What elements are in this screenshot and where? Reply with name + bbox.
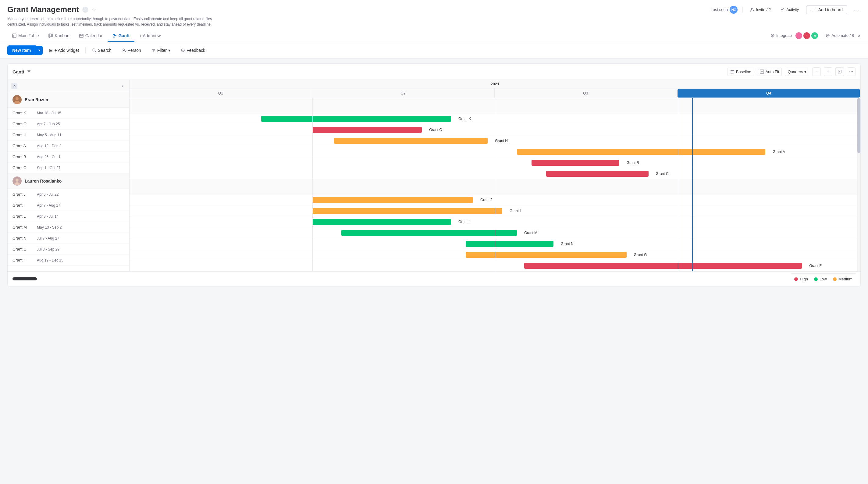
collapse-nav-button[interactable]: ∧ bbox=[858, 33, 861, 38]
bar-grant-c[interactable] bbox=[546, 171, 649, 177]
info-icon[interactable]: i bbox=[82, 7, 88, 13]
filter-label: Filter bbox=[157, 48, 167, 53]
svg-rect-4 bbox=[49, 34, 50, 37]
grant-name-a: Grant A bbox=[12, 144, 37, 148]
bar-grant-b[interactable] bbox=[531, 160, 619, 166]
scrollbar-thumb[interactable] bbox=[857, 98, 860, 153]
svg-point-18 bbox=[123, 49, 125, 51]
star-icon[interactable]: ☆ bbox=[91, 6, 96, 13]
quarters-label: Quarters bbox=[787, 69, 803, 74]
nav-right: Integrate ↑ M Automate / 8 ∧ bbox=[771, 32, 861, 40]
quarters-header-row: Q1 Q2 Q3 Q4 bbox=[129, 88, 860, 98]
bar-grant-j[interactable] bbox=[312, 197, 473, 203]
gantt-header: Gantt Baseline Auto Fit Quarters ▾ − + bbox=[8, 64, 860, 80]
automate-button[interactable]: Automate / 8 bbox=[826, 33, 854, 38]
tab-add-view[interactable]: + Add View bbox=[134, 30, 165, 42]
grant-row-h: Grant HMay 5 - Aug 11 bbox=[8, 129, 129, 141]
grant-name-k: Grant K bbox=[12, 111, 37, 115]
svg-point-24 bbox=[183, 50, 184, 50]
bar-grant-g[interactable] bbox=[466, 252, 627, 258]
gantt-more-button[interactable]: ⋯ bbox=[847, 67, 856, 76]
filter-button[interactable]: Filter ▾ bbox=[148, 46, 174, 55]
svg-rect-5 bbox=[50, 34, 51, 36]
bar-grant-o[interactable] bbox=[312, 127, 422, 133]
legend-dot-medium bbox=[833, 277, 837, 281]
plus-icon: + bbox=[811, 7, 813, 12]
grant-dates-g: Jul 8 - Sep 29 bbox=[37, 247, 124, 251]
tab-add-view-label: + Add View bbox=[139, 33, 161, 38]
svg-point-37 bbox=[16, 179, 19, 182]
search-icon bbox=[92, 48, 96, 53]
chart-area: Grant K Grant O Grant H Gr bbox=[129, 98, 860, 271]
tab-calendar[interactable]: Calendar bbox=[74, 30, 107, 42]
search-button[interactable]: Search bbox=[88, 46, 115, 55]
zoom-in-button[interactable]: + bbox=[824, 67, 832, 76]
svg-point-16 bbox=[93, 49, 95, 51]
tab-main-table[interactable]: Main Table bbox=[7, 30, 43, 42]
more-options-button[interactable]: ⋯ bbox=[852, 5, 861, 14]
bar-grant-m[interactable] bbox=[341, 230, 517, 236]
grant-row-m: Grant MMay 13 - Sep 2 bbox=[8, 222, 129, 233]
activity-button[interactable]: Activity bbox=[778, 6, 801, 13]
svg-rect-28 bbox=[731, 70, 734, 71]
hide-columns-button[interactable]: ✕ bbox=[11, 83, 18, 89]
gantt-body: ✕ ‹ Eran Rozen Grant KMar 18 - Jul 15 Gr… bbox=[8, 80, 860, 271]
grant-dates-k: Mar 18 - Jul 15 bbox=[37, 111, 124, 115]
bar-grant-f[interactable] bbox=[524, 263, 802, 269]
bar-grant-i[interactable] bbox=[312, 208, 502, 214]
new-item-button[interactable]: New Item bbox=[7, 46, 36, 55]
toolbar: New Item ▾ ⊞ + Add widget Search Person … bbox=[0, 42, 868, 59]
header-actions: Last seen NZ Invite / 2 Activity + + Add… bbox=[711, 5, 861, 14]
collapse-left-button[interactable]: ‹ bbox=[120, 83, 126, 89]
tab-main-table-label: Main Table bbox=[18, 33, 39, 38]
avatar-lauren bbox=[12, 177, 22, 186]
person-filter-icon bbox=[122, 48, 126, 53]
q2-header: Q2 bbox=[312, 88, 495, 98]
q3-header: Q3 bbox=[495, 88, 677, 98]
integration-avatar-1 bbox=[796, 32, 802, 39]
svg-rect-29 bbox=[731, 72, 733, 72]
bar-grant-h[interactable] bbox=[334, 138, 488, 144]
gantt-col-header: ✕ ‹ bbox=[8, 80, 129, 92]
gantt-title: Gantt bbox=[12, 69, 24, 74]
page-title: Grant Management bbox=[7, 5, 79, 14]
scrollbar-track[interactable] bbox=[857, 98, 860, 271]
svg-point-0 bbox=[751, 8, 753, 10]
table-icon bbox=[12, 33, 17, 38]
person-button[interactable]: Person bbox=[118, 46, 145, 55]
tab-kanban[interactable]: Kanban bbox=[43, 30, 74, 42]
integrate-button[interactable]: Integrate bbox=[771, 33, 792, 38]
grant-name-n: Grant N bbox=[12, 236, 37, 240]
feedback-button[interactable]: Feedback bbox=[177, 46, 209, 55]
activity-icon bbox=[780, 8, 785, 12]
zoom-out-button[interactable]: − bbox=[812, 67, 821, 76]
grant-name-l: Grant L bbox=[12, 214, 37, 218]
auto-fit-button[interactable]: Auto Fit bbox=[757, 68, 782, 76]
svg-rect-11 bbox=[113, 34, 115, 35]
bar-grant-k[interactable] bbox=[261, 116, 451, 122]
grant-row-c: Grant CSep 1 - Oct 27 bbox=[8, 162, 129, 174]
today-line bbox=[692, 98, 693, 271]
search-label: Search bbox=[98, 48, 111, 53]
add-widget-button[interactable]: ⊞ + Add widget bbox=[45, 46, 83, 55]
export-button[interactable] bbox=[835, 67, 844, 76]
bar-label-grant-n: Grant N bbox=[561, 242, 574, 246]
new-item-dropdown-button[interactable]: ▾ bbox=[36, 46, 43, 55]
nav-row: Main Table Kanban Calendar Gantt + Add V… bbox=[7, 30, 861, 42]
quarters-select[interactable]: Quarters ▾ bbox=[785, 68, 809, 76]
invite-button[interactable]: Invite / 2 bbox=[748, 6, 773, 13]
add-to-board-button[interactable]: + + Add to board bbox=[806, 5, 847, 14]
horizontal-scrollbar-thumb[interactable] bbox=[12, 277, 37, 280]
calendar-icon bbox=[79, 33, 84, 38]
bar-grant-a[interactable] bbox=[517, 149, 765, 155]
gantt-right-panel: 2021 Q1 Q2 Q3 Q4 bbox=[129, 80, 860, 271]
grant-name-g: Grant G bbox=[12, 247, 37, 251]
main-content: Gantt Baseline Auto Fit Quarters ▾ − + bbox=[0, 59, 868, 291]
baseline-button[interactable]: Baseline bbox=[727, 68, 754, 76]
gantt-filter-icon[interactable] bbox=[27, 69, 31, 74]
bar-grant-l[interactable] bbox=[312, 219, 452, 225]
q4-header: Q4 bbox=[678, 89, 860, 97]
tab-gantt[interactable]: Gantt bbox=[107, 30, 135, 42]
bar-grant-n[interactable] bbox=[466, 241, 554, 247]
person-label: Person bbox=[127, 48, 141, 53]
